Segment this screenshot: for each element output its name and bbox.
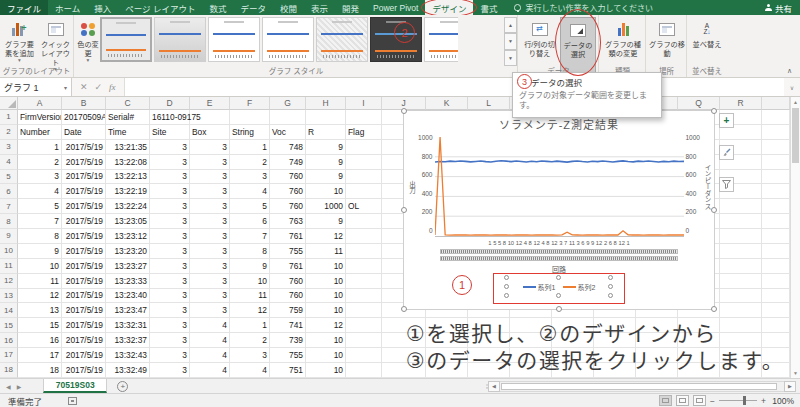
cell[interactable]: 3 <box>230 348 270 363</box>
cell[interactable]: 2 <box>230 155 270 170</box>
scroll-right-icon[interactable]: ▶ <box>784 381 796 392</box>
cell[interactable]: 10 <box>306 333 346 348</box>
cell[interactable]: 1 <box>230 140 270 155</box>
cell[interactable]: 2017/5/19 <box>62 229 106 244</box>
cell[interactable] <box>346 303 382 318</box>
row-header-5[interactable]: 5 <box>0 170 18 185</box>
horizontal-scrollbar[interactable]: ◀ ▶ <box>488 381 796 392</box>
cell[interactable]: 2017/5/19 <box>62 318 106 333</box>
normal-view-button[interactable] <box>659 395 672 406</box>
cell[interactable]: 8 <box>230 244 270 259</box>
cell[interactable] <box>762 140 790 155</box>
cell[interactable]: 15 <box>18 318 62 333</box>
cell[interactable]: 3 <box>190 259 230 274</box>
cell[interactable]: R <box>306 125 346 140</box>
cell[interactable]: 13:22:24 <box>106 199 150 214</box>
cell[interactable] <box>720 289 762 304</box>
chart-styles-button[interactable] <box>719 145 734 160</box>
cell[interactable]: 3 <box>150 259 190 274</box>
cell[interactable]: Site <box>150 125 190 140</box>
cell[interactable]: 13:22:13 <box>106 170 150 185</box>
cell[interactable]: 741 <box>270 318 306 333</box>
cell[interactable]: 3 <box>150 318 190 333</box>
zoom-out-button[interactable]: − <box>710 396 715 406</box>
sheet-nav-next-icon[interactable]: ▶ <box>17 383 22 390</box>
cell[interactable] <box>762 289 790 304</box>
cell[interactable]: OL <box>346 199 382 214</box>
series-line-系列2[interactable] <box>435 137 684 235</box>
cell[interactable] <box>346 289 382 304</box>
scroll-down-icon[interactable]: ▼ <box>791 368 800 378</box>
chart-filters-button[interactable] <box>719 177 734 192</box>
cell[interactable]: 4 <box>230 184 270 199</box>
cell[interactable]: 3 <box>190 170 230 185</box>
select-all-corner[interactable] <box>0 97 18 110</box>
cell[interactable]: 755 <box>270 348 306 363</box>
cell[interactable] <box>762 184 790 199</box>
cell[interactable]: 13:23:12 <box>106 229 150 244</box>
new-sheet-button[interactable]: + <box>117 381 128 392</box>
page-break-view-button[interactable] <box>693 395 706 406</box>
cell[interactable]: Box <box>190 125 230 140</box>
cell[interactable]: 4 <box>190 333 230 348</box>
cell[interactable] <box>346 155 382 170</box>
cell[interactable] <box>720 229 762 244</box>
cell[interactable]: 1000 <box>306 199 346 214</box>
row-header-8[interactable]: 8 <box>0 214 18 229</box>
collapse-ribbon-icon[interactable]: ∧ <box>787 67 792 75</box>
cell[interactable]: 13:32:31 <box>106 318 150 333</box>
column-header-F[interactable]: F <box>230 97 270 110</box>
cell[interactable]: 5 <box>18 199 62 214</box>
cell[interactable] <box>762 303 790 318</box>
cell[interactable] <box>346 229 382 244</box>
cell[interactable] <box>762 155 790 170</box>
chart-elements-button[interactable]: + <box>719 113 734 128</box>
cell[interactable]: 3 <box>150 348 190 363</box>
selection-handle[interactable] <box>608 293 613 298</box>
cell[interactable] <box>720 199 762 214</box>
chart-title[interactable]: ソラメンテ-Z測定結果 <box>404 116 714 132</box>
cell[interactable]: 6 <box>230 214 270 229</box>
cell[interactable]: 755 <box>270 244 306 259</box>
row-header-7[interactable]: 7 <box>0 199 18 214</box>
cell[interactable]: 4 <box>230 363 270 378</box>
row-header-12[interactable]: 12 <box>0 274 18 289</box>
cell[interactable]: 7 <box>18 214 62 229</box>
cell[interactable]: 2017/5/19 <box>62 199 106 214</box>
cell[interactable]: 10 <box>306 274 346 289</box>
row-header-15[interactable]: 15 <box>0 318 18 333</box>
cell[interactable]: 10 <box>306 363 346 378</box>
right-axis-title[interactable]: インピーダンス <box>704 137 711 237</box>
cell[interactable] <box>720 274 762 289</box>
cell[interactable]: 13:23:33 <box>106 274 150 289</box>
enter-icon[interactable]: ✓ <box>95 82 103 92</box>
selection-handle[interactable] <box>608 275 613 280</box>
cell[interactable]: 3 <box>150 140 190 155</box>
cell[interactable]: 8 <box>18 229 62 244</box>
cell[interactable] <box>720 303 762 318</box>
chart-style-thumbnail-3[interactable] <box>208 17 260 62</box>
selection-handle[interactable] <box>711 108 717 114</box>
row-header-4[interactable]: 4 <box>0 155 18 170</box>
cell[interactable]: 760 <box>270 184 306 199</box>
cell[interactable]: 3 <box>18 170 62 185</box>
cell[interactable]: 13:32:49 <box>106 363 150 378</box>
cell[interactable]: FirmVersion <box>18 110 62 125</box>
cell[interactable]: 2 <box>18 155 62 170</box>
cell[interactable]: 13:23:40 <box>106 289 150 304</box>
legend-item-系列2[interactable]: 系列2 <box>563 282 596 292</box>
vertical-scroll-thumb[interactable] <box>792 108 799 163</box>
selection-handle[interactable] <box>401 207 407 213</box>
zoom-slider[interactable] <box>719 400 757 401</box>
cell[interactable]: 763 <box>270 214 306 229</box>
column-header-B[interactable]: B <box>62 97 106 110</box>
cell[interactable]: 761 <box>270 259 306 274</box>
cell[interactable]: 3 <box>150 214 190 229</box>
cell[interactable]: 3 <box>150 184 190 199</box>
column-header-H[interactable]: H <box>306 97 346 110</box>
column-header-E[interactable]: E <box>190 97 230 110</box>
cell[interactable]: 3 <box>150 229 190 244</box>
row-header-10[interactable]: 10 <box>0 244 18 259</box>
cell[interactable]: 10 <box>230 274 270 289</box>
selection-handle[interactable] <box>401 108 407 114</box>
